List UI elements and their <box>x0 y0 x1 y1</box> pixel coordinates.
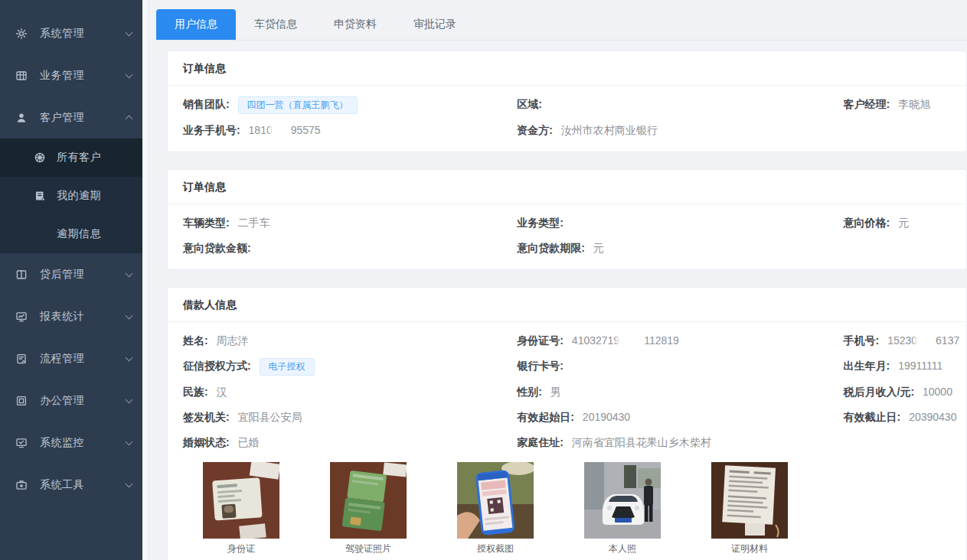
toolbox-icon <box>15 479 28 491</box>
sidebar-item-label: 贷后管理 <box>40 268 126 282</box>
field-label: 资金方: <box>517 124 553 136</box>
chevron-down-icon <box>126 353 133 361</box>
field-label: 业务类型: <box>517 217 564 229</box>
notebook-icon <box>34 190 46 202</box>
sidebar-scroll-strip[interactable] <box>142 0 149 560</box>
field-label: 有效起始日: <box>517 411 574 423</box>
field-monthly-income: 税后月收入/元: 10000 <box>844 383 951 401</box>
field-label: 性别: <box>517 386 542 398</box>
document-photo-image <box>711 462 788 539</box>
sidebar-item-system-tools[interactable]: 系统工具 <box>0 464 142 506</box>
field-value: 汝州市农村商业银行 <box>561 124 658 136</box>
sidebar-item-label: 我的逾期 <box>57 189 132 203</box>
tab-approval-records[interactable]: 审批记录 <box>395 9 475 40</box>
field-account-manager: 客户经理: 李晓旭 <box>844 96 951 114</box>
sidebar-item-report-stats[interactable]: 报表统计 <box>0 295 142 337</box>
sidebar-item-label: 系统工具 <box>40 478 126 492</box>
sidebar: 系统管理 业务管理 客户管理 所有客户 我的逾期 <box>0 0 142 560</box>
photo-caption: 驾驶证照片 <box>330 542 407 555</box>
field-region: 区域: <box>517 96 843 114</box>
sidebar-item-postloan-mgmt[interactable]: 贷后管理 <box>0 253 142 295</box>
photo-id-card[interactable]: 身份证 <box>203 462 279 555</box>
gear-icon <box>15 28 28 40</box>
field-home-address: 家庭住址: 河南省宜阳县花果山乡木柴村 <box>517 434 843 451</box>
sidebar-item-process-mgmt[interactable]: 流程管理 <box>0 337 142 379</box>
user-icon <box>15 112 28 124</box>
grid-icon <box>15 70 28 82</box>
field-intended-price: 意向价格: 元 <box>844 214 951 232</box>
sidebar-item-system-mgmt[interactable]: 系统管理 <box>0 12 142 54</box>
field-value: 20390430 <box>909 411 956 423</box>
sidebar-item-customer-mgmt[interactable]: 客户管理 <box>0 96 142 138</box>
field-birth-date: 出生年月: 19911111 <box>844 357 951 376</box>
field-label: 手机号: <box>844 334 880 347</box>
order-info-card-2: 订单信息 车辆类型: 二手车 业务类型: 意向价格: 元 意向贷款金额: <box>167 169 967 270</box>
office-box-icon <box>15 395 28 407</box>
field-value: 10000 <box>923 386 952 398</box>
field-value: 19911111 <box>898 360 942 372</box>
field-label: 税后月收入/元: <box>844 386 915 398</box>
field-valid-to: 有效截止日: 20390430 <box>844 409 951 426</box>
driver-license-photo-image <box>330 462 407 539</box>
field-mobile-phone: 手机号: 152306137 <box>844 332 951 350</box>
field-bank-card: 银行卡号: <box>517 357 843 376</box>
field-ethnicity: 民族: 汉 <box>183 383 517 401</box>
workflow-doc-icon <box>15 353 28 365</box>
sidebar-item-label: 所有客户 <box>57 151 132 164</box>
tab-loan-application-docs[interactable]: 申贷资料 <box>315 9 395 40</box>
chevron-down-icon <box>126 269 133 277</box>
field-label: 车辆类型: <box>183 217 230 229</box>
sales-team-tag: 四团一营（直属王鹏飞） <box>238 96 358 114</box>
sidebar-item-label: 系统监控 <box>40 436 126 450</box>
field-label: 银行卡号: <box>517 360 564 372</box>
sidebar-item-overdue-info[interactable]: 逾期信息 <box>0 215 142 253</box>
borrower-info-card: 借款人信息 姓名: 周志洋 身份证号: 41032719112819 手机号: … <box>167 287 967 560</box>
sidebar-item-label: 流程管理 <box>40 352 126 366</box>
field-label: 出生年月: <box>844 360 890 372</box>
field-value: 152306137 <box>887 334 959 347</box>
chevron-down-icon <box>126 28 133 36</box>
photo-written-document[interactable]: 证明材料 <box>711 462 788 555</box>
main-content: 用户信息 车贷信息 申贷资料 审批记录 订单信息 销售团队: 四团一营（直属王鹏… <box>149 0 967 560</box>
field-id-number: 身份证号: 41032719112819 <box>517 332 843 350</box>
chevron-down-icon <box>126 311 133 319</box>
field-gender: 性别: 男 <box>517 383 843 401</box>
photo-person-with-car[interactable]: 本人照 <box>584 462 661 555</box>
field-sales-team: 销售团队: 四团一营（直属王鹏飞） <box>183 96 517 114</box>
field-credit-auth-method: 征信授权方式: 电子授权 <box>183 357 517 376</box>
field-value: 元 <box>898 217 909 229</box>
field-business-type: 业务类型: <box>517 214 843 232</box>
sidebar-item-system-monitor[interactable]: 系统监控 <box>0 422 142 464</box>
auth-qr-photo-image <box>457 462 534 539</box>
field-label: 客户经理: <box>844 98 890 110</box>
field-label: 业务手机号: <box>183 124 240 136</box>
photo-caption: 授权截图 <box>457 542 534 555</box>
card-title: 订单信息 <box>168 170 966 204</box>
field-label: 姓名: <box>183 334 208 347</box>
redaction-blur <box>917 335 936 345</box>
chevron-down-icon <box>126 70 133 78</box>
chevron-down-icon <box>126 438 133 445</box>
sidebar-item-label: 办公管理 <box>40 394 126 408</box>
field-value: 已婚 <box>238 436 260 448</box>
photo-caption: 证明材料 <box>711 542 788 555</box>
chevron-down-icon <box>126 480 133 487</box>
sidebar-item-all-customers[interactable]: 所有客户 <box>0 138 142 177</box>
field-vehicle-type: 车辆类型: 二手车 <box>183 214 517 232</box>
sidebar-item-label: 逾期信息 <box>57 227 132 241</box>
field-funding-party: 资金方: 汝州市农村商业银行 <box>517 122 843 139</box>
field-value: 宜阳县公安局 <box>238 411 302 423</box>
photo-auth-qr-screenshot[interactable]: 授权截图 <box>457 462 534 555</box>
sidebar-item-office-mgmt[interactable]: 办公管理 <box>0 379 142 422</box>
field-marital-status: 婚姻状态: 已婚 <box>183 434 517 451</box>
photo-driver-license[interactable]: 驾驶证照片 <box>330 462 407 555</box>
photo-caption: 本人照 <box>584 542 661 555</box>
sidebar-item-business-mgmt[interactable]: 业务管理 <box>0 54 142 96</box>
field-label: 签发机关: <box>183 411 230 423</box>
wheel-icon <box>34 151 46 164</box>
tab-car-loan-info[interactable]: 车贷信息 <box>236 9 315 40</box>
field-value: 41032719112819 <box>572 334 679 347</box>
sidebar-item-my-overdue[interactable]: 我的逾期 <box>0 177 142 215</box>
tab-user-info[interactable]: 用户信息 <box>156 9 236 40</box>
sidebar-item-label: 客户管理 <box>40 111 126 125</box>
